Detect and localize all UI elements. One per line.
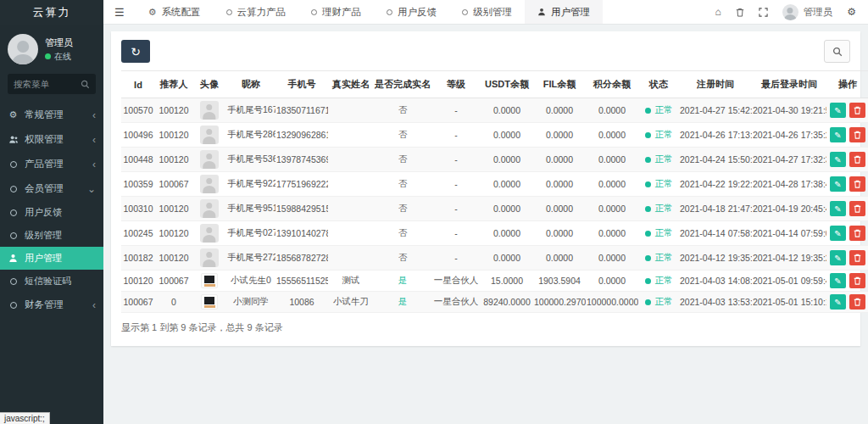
verified-cell: 否: [374, 172, 431, 197]
edit-button[interactable]: ✎: [830, 103, 846, 118]
sidebar-item-sms-code[interactable]: 短信验证码: [0, 270, 103, 293]
sidebar-item-finance[interactable]: 财务管理 ‹: [0, 293, 103, 317]
sidebar-submenu-members: 用户反馈 级别管理 用户管理 短信验证码: [0, 201, 103, 293]
delete-button[interactable]: [849, 127, 865, 142]
realname-cell: [328, 148, 374, 172]
circle-icon: [8, 186, 19, 192]
column-header-13[interactable]: 最后登录时间: [752, 71, 826, 98]
sidebar-item-label: 短信验证码: [25, 275, 71, 287]
column-header-10[interactable]: 积分余额: [586, 71, 638, 98]
column-header-8[interactable]: USDT余额: [481, 71, 533, 98]
nav-tab-5[interactable]: 用户管理: [525, 0, 603, 24]
table-search-button[interactable]: [824, 40, 850, 63]
column-header-11[interactable]: 状态: [638, 71, 679, 98]
sidebar-item-general[interactable]: ⚙ 常规管理 ‹: [0, 103, 103, 127]
avatar: [782, 4, 798, 20]
status-badge: 正常: [645, 178, 673, 190]
edit-button[interactable]: ✎: [830, 226, 846, 241]
delete-button[interactable]: [849, 294, 865, 310]
edit-button[interactable]: ✎: [830, 294, 846, 310]
login-time-cell: 2021-04-26 17:35:24: [752, 123, 826, 148]
actions-cell: ✎: [826, 172, 868, 197]
column-header-3[interactable]: 昵称: [226, 71, 275, 98]
browser-status-text: javascript:;: [0, 412, 50, 424]
nav-tab-2[interactable]: 理财产品: [298, 0, 374, 24]
refresh-button[interactable]: ↻: [121, 40, 150, 63]
delete-button[interactable]: [849, 250, 865, 265]
chevron-left-icon: ‹: [92, 109, 96, 121]
delete-button[interactable]: [849, 226, 865, 241]
search-icon[interactable]: [81, 80, 90, 89]
column-header-9[interactable]: FIL余额: [533, 71, 586, 98]
column-header-2[interactable]: 头像: [192, 71, 226, 98]
column-header-6[interactable]: 是否完成实名: [374, 71, 431, 98]
level-cell: -: [431, 148, 481, 172]
actions-cell: ✎: [826, 221, 868, 246]
settings-cogs-icon[interactable]: ⚙: [847, 6, 856, 18]
column-header-0[interactable]: Id: [121, 71, 155, 98]
status-dot-icon: [645, 157, 651, 163]
sidebar-item-label: 用户反馈: [25, 206, 62, 219]
usdt-cell: 15.0000: [481, 271, 533, 292]
avatar-placeholder: [200, 248, 219, 267]
sidebar-item-products[interactable]: 产品管理 ‹: [0, 152, 103, 176]
sidebar-search[interactable]: [8, 74, 96, 94]
column-header-1[interactable]: 推荐人: [155, 71, 192, 98]
edit-button[interactable]: ✎: [830, 273, 846, 288]
nav-tab-1[interactable]: 云算力产品: [214, 0, 299, 24]
status-cell: 正常: [638, 197, 679, 221]
avatar-cell: [192, 172, 226, 197]
level-cell: -: [431, 123, 481, 148]
level-cell: -: [431, 172, 481, 197]
phone-cell: 15556511525: [275, 271, 328, 292]
avatar-cell: [192, 148, 226, 172]
nav-tab-4[interactable]: 级别管理: [449, 0, 525, 24]
sidebar-toggle-icon[interactable]: ☰: [103, 0, 136, 24]
delete-button[interactable]: [849, 176, 865, 192]
level-cell: -: [431, 221, 481, 246]
id-cell: 100120: [121, 271, 155, 292]
sidebar-item-label: 会员管理: [25, 182, 64, 195]
edit-button[interactable]: ✎: [830, 201, 846, 216]
nav-tab-label: 用户管理: [551, 6, 590, 19]
nav-tab-0[interactable]: ⚙系统配置: [136, 0, 214, 24]
column-header-7[interactable]: 等级: [431, 71, 481, 98]
column-header-5[interactable]: 真实姓名: [328, 71, 374, 98]
trash-icon[interactable]: [736, 8, 744, 17]
table-row: 100310100120手机尾号951515988429515否-0.00000…: [121, 197, 868, 221]
verified-cell: 否: [374, 98, 431, 123]
sidebar-item-level-management[interactable]: 级别管理: [0, 224, 103, 247]
delete-button[interactable]: [849, 273, 865, 288]
level-cell: -: [431, 98, 481, 123]
edit-button[interactable]: ✎: [830, 250, 846, 265]
level-cell: -: [431, 197, 481, 221]
fullscreen-icon[interactable]: [759, 8, 768, 17]
sidebar-item-permissions[interactable]: 权限管理 ‹: [0, 127, 103, 152]
column-header-14[interactable]: 操作: [826, 71, 868, 98]
delete-button[interactable]: [849, 201, 865, 216]
circle-icon: [8, 161, 19, 168]
column-header-4[interactable]: 手机号: [275, 71, 328, 98]
delete-button[interactable]: [849, 152, 865, 167]
ref-cell: 100120: [155, 123, 192, 148]
ref-cell: 0: [155, 292, 192, 313]
main-content: ↻ Id推荐人头像昵称手机号真实姓名是否完成实名等级USDT余额FIL余额积分余…: [103, 25, 868, 424]
edit-button[interactable]: ✎: [830, 176, 846, 192]
sidebar-item-user-feedback[interactable]: 用户反馈: [0, 201, 103, 224]
circle-icon: [387, 9, 392, 15]
home-icon[interactable]: ⌂: [715, 6, 721, 18]
nav-tab-label: 级别管理: [473, 6, 512, 19]
sidebar-item-user-management[interactable]: 用户管理: [0, 247, 103, 270]
edit-button[interactable]: ✎: [830, 127, 846, 142]
edit-button[interactable]: ✎: [830, 152, 846, 167]
verified-cell: 否: [374, 123, 431, 148]
column-header-12[interactable]: 注册时间: [679, 71, 752, 98]
nav-tab-3[interactable]: 用户反馈: [374, 0, 449, 24]
status-badge: 正常: [645, 296, 673, 308]
delete-button[interactable]: [849, 103, 865, 118]
verified-value: 否: [398, 104, 408, 114]
navbar-user-menu[interactable]: 管理员: [782, 4, 833, 20]
sidebar-item-members[interactable]: 会员管理 ⌄: [0, 176, 103, 201]
sidebar-search-input[interactable]: [14, 79, 81, 89]
status-badge: 正常: [645, 129, 673, 141]
